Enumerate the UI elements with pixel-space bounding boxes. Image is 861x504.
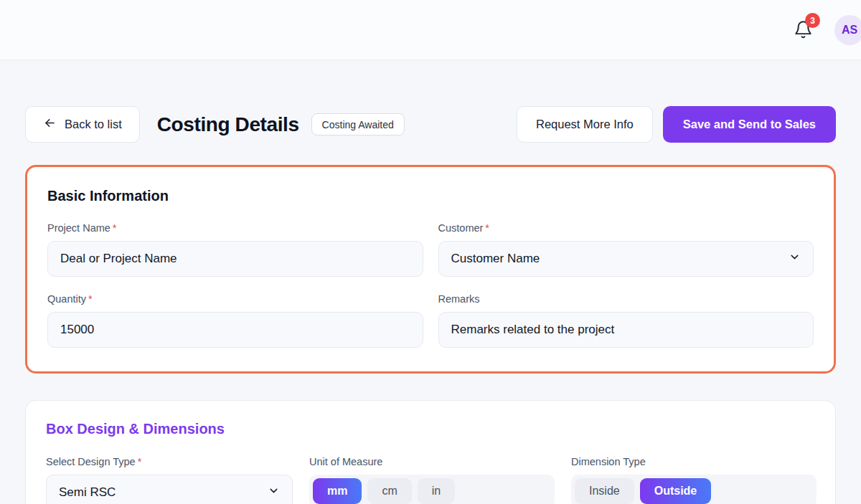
dimension-option-outside[interactable]: Outside [640,478,712,504]
required-asterisk: * [138,456,142,467]
notification-count-badge: 3 [805,13,820,28]
unit-of-measure-segmented-control: mm cm in [309,475,555,504]
box-design-title: Box Design & Dimensions [46,421,815,437]
design-type-label: Select Design Type* [46,456,293,467]
arrow-left-icon [43,116,57,133]
basic-information-title: Basic Information [47,188,814,204]
unit-option-mm[interactable]: mm [313,478,362,504]
status-badge: Costing Awaited [311,113,405,135]
unit-of-measure-field-group: Unit of Measure mm cm in [309,456,555,504]
remarks-label: Remarks [438,293,814,305]
quantity-label: Quantity* [47,293,423,305]
dimension-option-inside[interactable]: Inside [575,478,634,504]
back-to-list-label: Back to list [65,118,122,131]
basic-information-form: Project Name* Customer* Customer Name Qu… [47,222,814,348]
project-name-label: Project Name* [47,222,423,234]
customer-label: Customer* [438,222,814,234]
design-type-field-group: Select Design Type* Semi RSC [46,456,293,504]
project-name-field-group: Project Name* [47,222,423,277]
back-to-list-button[interactable]: Back to list [25,106,140,143]
remarks-input[interactable] [438,312,814,348]
customer-select[interactable]: Customer Name [438,241,814,277]
request-more-info-button[interactable]: Request More Info [517,106,653,143]
customer-field-group: Customer* Customer Name [438,222,814,277]
design-type-select[interactable]: Semi RSC [46,475,293,504]
dimension-type-segmented-control: Inside Outside [571,475,817,504]
chevron-down-icon [268,485,280,500]
page-title: Costing Details [157,113,299,136]
customer-select-value: Customer Name [451,252,540,266]
avatar[interactable]: AS [834,15,861,45]
box-design-form: Select Design Type* Semi RSC Unit of Mea… [46,456,815,504]
required-asterisk: * [113,222,117,234]
design-type-select-value: Semi RSC [59,485,116,500]
chevron-down-icon [789,251,801,267]
notifications-button[interactable]: 3 [794,20,813,39]
box-design-card: Box Design & Dimensions Select Design Ty… [25,400,836,504]
page-header: Back to list Costing Details Costing Awa… [25,106,836,143]
unit-option-cm[interactable]: cm [367,478,411,504]
dimension-type-field-group: Dimension Type Inside Outside [571,456,817,504]
quantity-field-group: Quantity* [47,293,423,348]
remarks-field-group: Remarks [438,293,814,348]
basic-information-card: Basic Information Project Name* Customer… [25,165,836,374]
dimension-type-label: Dimension Type [571,456,817,467]
project-name-input[interactable] [47,241,423,277]
unit-option-in[interactable]: in [418,478,455,504]
unit-of-measure-label: Unit of Measure [309,456,555,467]
required-asterisk: * [485,222,489,234]
top-bar: 3 AS [0,0,861,60]
save-and-send-button[interactable]: Save and Send to Sales [663,106,836,143]
required-asterisk: * [88,293,93,305]
quantity-input[interactable] [47,312,423,348]
